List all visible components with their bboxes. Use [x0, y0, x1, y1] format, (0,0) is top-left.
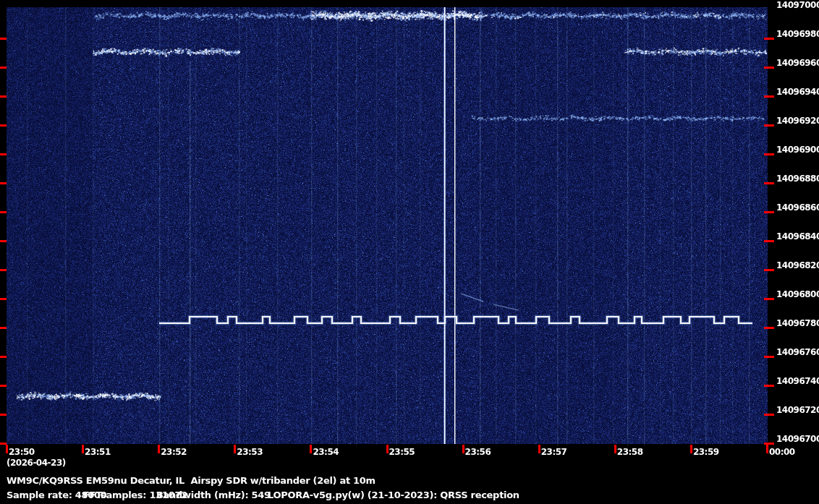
- freq-tick-mark: [764, 95, 774, 98]
- freq-tick-mark: [764, 414, 774, 416]
- time-tick-label: 23:55: [389, 448, 415, 457]
- date-label: (2026-04-23): [7, 458, 66, 468]
- freq-tick-mark: [0, 385, 7, 387]
- freq-tick-label: 14096820: [776, 261, 819, 270]
- freq-tick-mark: [0, 269, 7, 271]
- freq-tick-mark: [764, 182, 774, 184]
- time-tick-mark: [310, 445, 312, 453]
- time-tick-mark: [6, 445, 8, 453]
- time-tick-mark: [538, 445, 540, 453]
- freq-tick-mark: [0, 414, 7, 416]
- time-tick-label: 23:59: [693, 448, 719, 457]
- freq-tick-mark: [0, 182, 7, 184]
- time-tick-label: 00:00: [769, 448, 795, 457]
- freq-tick-label: 14096740: [776, 377, 819, 385]
- freq-tick-label: 14096940: [776, 87, 819, 96]
- freq-tick-mark: [0, 327, 7, 329]
- freq-tick-mark: [0, 38, 7, 40]
- freq-tick-mark: [764, 269, 774, 271]
- time-tick-label: 23:58: [617, 448, 643, 457]
- freq-tick-mark: [0, 95, 7, 98]
- spectrogram-canvas: [0, 0, 819, 504]
- freq-tick-mark: [764, 327, 774, 329]
- time-tick-mark: [386, 445, 389, 453]
- freq-tick-label: 14096960: [776, 59, 819, 67]
- time-tick-mark: [462, 445, 464, 453]
- freq-tick-mark: [764, 124, 774, 127]
- freq-tick-label: 14096760: [776, 348, 819, 356]
- freq-tick-label: 14097000: [776, 1, 819, 9]
- freq-tick-mark: [764, 153, 774, 155]
- freq-tick-mark: [0, 153, 7, 155]
- freq-tick-label: 14096840: [776, 232, 819, 241]
- freq-tick-label: 14096900: [776, 145, 819, 154]
- time-tick-label: 23:57: [541, 448, 567, 457]
- freq-tick-mark: [0, 240, 7, 242]
- time-tick-label: 23:54: [313, 448, 339, 457]
- time-tick-label: 23:53: [237, 448, 263, 457]
- time-tick-label: 23:51: [85, 448, 111, 457]
- freq-tick-label: 14096700: [776, 435, 819, 443]
- time-tick-label: 23:50: [9, 448, 35, 457]
- status-bandwidth: Bandwidth (mHz): 549: [156, 490, 271, 500]
- freq-tick-label: 14096920: [776, 116, 819, 125]
- time-tick-mark: [158, 445, 160, 453]
- time-tick-mark: [82, 445, 84, 453]
- freq-tick-mark: [764, 67, 774, 69]
- freq-tick-mark: [0, 298, 7, 300]
- freq-tick-mark: [764, 211, 774, 213]
- freq-tick-mark: [764, 38, 774, 40]
- station-title: WM9C/KQ9RSS EM59nu Decatur, IL Airspy SD…: [7, 476, 375, 486]
- freq-tick-mark: [764, 240, 774, 242]
- freq-tick-mark: [764, 298, 774, 300]
- time-tick-mark: [766, 445, 768, 453]
- freq-tick-mark: [764, 385, 774, 387]
- freq-tick-label: 14096880: [776, 174, 819, 183]
- freq-tick-label: 14096980: [776, 30, 819, 38]
- freq-tick-label: 14096800: [776, 290, 819, 299]
- freq-tick-mark: [0, 211, 7, 213]
- time-tick-label: 23:56: [465, 448, 491, 457]
- time-tick-mark: [614, 445, 616, 453]
- freq-tick-label: 14096780: [776, 319, 819, 328]
- time-tick-mark: [690, 445, 692, 453]
- time-tick-label: 23:52: [161, 448, 187, 457]
- time-tick-mark: [234, 445, 236, 453]
- freq-tick-label: 14096860: [776, 203, 819, 212]
- freq-tick-mark: [0, 356, 7, 358]
- freq-tick-label: 14096720: [776, 406, 819, 414]
- status-software-version: LOPORA-v5g.py(w) (21-10-2023): QRSS rece…: [268, 490, 519, 500]
- freq-tick-mark: [0, 124, 7, 127]
- qrss-grabber-screen: 1409700014096980140969601409694014096920…: [0, 0, 819, 504]
- freq-tick-mark: [0, 67, 7, 69]
- freq-tick-mark: [764, 356, 774, 358]
